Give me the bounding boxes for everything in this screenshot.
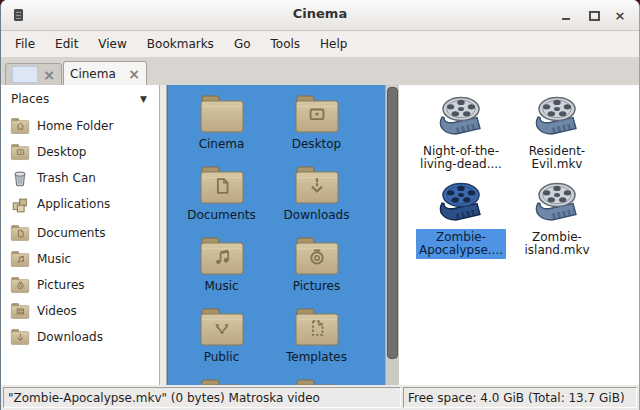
window-title: Cinema <box>1 6 639 21</box>
film-reel-icon <box>435 180 487 226</box>
file-item-zombie-apocalypse[interactable]: Zombie- Apocalypse.... <box>414 180 508 259</box>
pictures-folder-icon <box>293 235 341 277</box>
sidebar-item-trash-can[interactable]: Trash Can <box>1 165 159 191</box>
places-title: Places <box>11 92 49 106</box>
pictures-folder-icon <box>10 276 30 294</box>
trash-icon <box>10 169 30 187</box>
maximize-button[interactable] <box>587 9 601 23</box>
tab-cinema[interactable]: Cinema × <box>63 61 147 86</box>
sidebar-item-videos[interactable]: Videos <box>1 298 159 324</box>
file-item-zombie-island[interactable]: Zombie- island.mkv <box>510 180 604 259</box>
places-header[interactable]: Places ▼ <box>1 85 159 113</box>
desktop-folder-icon <box>10 143 30 161</box>
videos-folder-icon <box>10 302 30 320</box>
film-reel-icon <box>531 94 583 140</box>
status-selection-info: "Zombie-Apocalypse.mkv" (0 bytes) Matros… <box>3 387 401 408</box>
minimize-button[interactable] <box>559 9 573 23</box>
menu-view[interactable]: View <box>88 33 136 55</box>
sidebar-item-applications[interactable]: Applications <box>1 191 159 217</box>
close-button[interactable]: × <box>613 9 627 23</box>
file-pane: Night-of-the- living-dead.... Resident- … <box>399 85 639 385</box>
folder-item-desktop[interactable]: Desktop <box>269 93 364 151</box>
menubar: File Edit View Bookmarks Go Tools Help <box>1 31 639 57</box>
desktop-folder-icon <box>293 93 341 135</box>
sidebar-item-home-folder[interactable]: Home Folder <box>1 113 159 139</box>
file-item-resident-evil[interactable]: Resident- Evil.mkv <box>510 94 604 173</box>
pane-splitter[interactable] <box>160 85 167 385</box>
content-area: Places ▼ Home Folder Desktop Trash Can A… <box>1 85 639 385</box>
downloads-folder-icon <box>10 328 30 346</box>
public-folder-icon <box>198 306 246 348</box>
file-manager-window: Cinema × File Edit View Bookmarks Go Too… <box>0 0 640 410</box>
folder-item-music[interactable]: Music <box>174 235 269 293</box>
film-reel-icon <box>531 180 583 226</box>
tab-cinema-label: Cinema <box>70 67 116 81</box>
statusbar: "Zombie-Apocalypse.mkv" (0 bytes) Matros… <box>1 385 639 410</box>
menu-go[interactable]: Go <box>224 33 261 55</box>
tab-bar: × Cinema × <box>1 57 639 86</box>
chevron-down-icon[interactable]: ▼ <box>140 94 147 104</box>
documents-folder-icon <box>198 164 246 206</box>
sidebar-item-downloads[interactable]: Downloads <box>1 324 159 350</box>
applications-icon <box>10 195 30 213</box>
downloads-folder-icon <box>293 164 341 206</box>
menu-file[interactable]: File <box>5 33 45 55</box>
menu-edit[interactable]: Edit <box>45 33 88 55</box>
folder-item-partial[interactable] <box>174 377 269 385</box>
tab-previous[interactable]: × <box>5 63 62 86</box>
folder-item-public[interactable]: Public <box>174 306 269 364</box>
folder-item-pictures[interactable]: Pictures <box>269 235 364 293</box>
music-folder-icon <box>10 250 30 268</box>
sidebar-item-music[interactable]: Music <box>1 246 159 272</box>
folder-pane: Cinema Desktop Documents Downloads Music… <box>167 85 385 385</box>
sidebar-item-pictures[interactable]: Pictures <box>1 272 159 298</box>
sidebar-item-desktop[interactable]: Desktop <box>1 139 159 165</box>
folder-icon <box>293 377 341 385</box>
scrollbar-thumb[interactable] <box>387 87 398 359</box>
titlebar: Cinema × <box>1 0 639 31</box>
documents-folder-icon <box>10 224 30 242</box>
tab-close-icon[interactable]: × <box>43 69 55 81</box>
tab-close-icon[interactable]: × <box>128 68 140 80</box>
menu-help[interactable]: Help <box>310 33 357 55</box>
menu-tools[interactable]: Tools <box>261 33 311 55</box>
home-folder-icon <box>10 117 30 135</box>
sidebar-item-documents[interactable]: Documents <box>1 220 159 246</box>
places-panel: Places ▼ Home Folder Desktop Trash Can A… <box>1 85 160 385</box>
music-folder-icon <box>198 235 246 277</box>
folder-icon <box>198 377 246 385</box>
vertical-scrollbar[interactable] <box>385 85 399 385</box>
file-item-night-of-the-living-dead[interactable]: Night-of-the- living-dead.... <box>414 94 508 173</box>
film-reel-icon <box>435 94 487 140</box>
folder-item-templates[interactable]: Templates <box>269 306 364 364</box>
folder-item-partial[interactable] <box>269 377 364 385</box>
folder-item-cinema[interactable]: Cinema <box>174 93 269 151</box>
folder-icon <box>198 93 246 135</box>
folder-item-downloads[interactable]: Downloads <box>269 164 364 222</box>
tab-previous-label <box>12 66 38 83</box>
folder-item-documents[interactable]: Documents <box>174 164 269 222</box>
templates-folder-icon <box>293 306 341 348</box>
menu-bookmarks[interactable]: Bookmarks <box>137 33 224 55</box>
status-free-space: Free space: 4.0 GiB (Total: 13.7 GiB) <box>403 387 637 408</box>
